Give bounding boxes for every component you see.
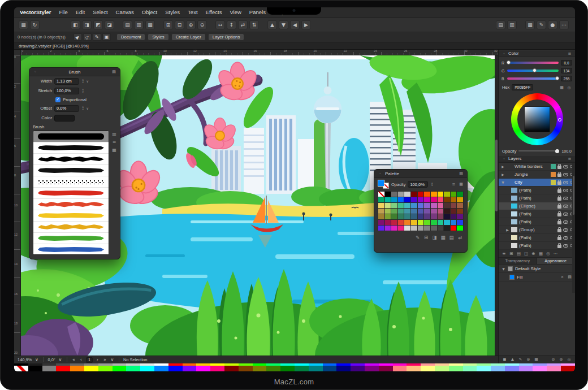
style-settings-icon[interactable]: ⊛ bbox=[526, 357, 531, 362]
visibility-icon[interactable] bbox=[563, 228, 568, 232]
saturation-square[interactable] bbox=[524, 106, 550, 132]
layer-name[interactable]: (Path) bbox=[519, 196, 549, 201]
palette-swatch[interactable] bbox=[457, 209, 463, 214]
horizontal-ruler[interactable]: 02468101214161820222426283032 bbox=[21, 50, 498, 55]
palette-swatch[interactable] bbox=[424, 220, 430, 225]
layer-row[interactable]: (Path) bbox=[499, 210, 575, 218]
duplicate-icon[interactable]: ◫ bbox=[524, 251, 529, 256]
visibility-icon[interactable] bbox=[563, 197, 568, 200]
palette-opacity-input[interactable]: 100,0% bbox=[408, 181, 428, 188]
visibility-icon[interactable] bbox=[563, 205, 568, 208]
palette-swatch[interactable] bbox=[451, 214, 457, 219]
layer-name[interactable]: (Path) bbox=[519, 219, 549, 224]
palette-swatch[interactable] bbox=[438, 192, 444, 197]
effects-icon[interactable]: ✎ bbox=[518, 357, 523, 362]
palette-swatch[interactable] bbox=[418, 209, 424, 214]
color-wheel[interactable] bbox=[511, 93, 563, 145]
stretch-stepper[interactable]: ∧∨ bbox=[82, 89, 84, 93]
strip-swatch[interactable] bbox=[126, 366, 140, 371]
palette-opacity-stepper[interactable]: ∧∨ bbox=[431, 183, 433, 187]
style-disclosure-icon[interactable]: ▼ bbox=[501, 267, 505, 271]
palette-swatch[interactable] bbox=[451, 209, 457, 214]
right-panels-icon[interactable]: ▥ bbox=[507, 20, 517, 29]
swap-icon[interactable]: ⇄ bbox=[238, 20, 248, 29]
channel-value[interactable]: 134 bbox=[561, 68, 572, 73]
palette-swatch[interactable] bbox=[457, 197, 463, 202]
annotate-icon[interactable]: ✎ bbox=[537, 20, 546, 29]
palette-swatch[interactable] bbox=[411, 192, 417, 197]
strip-swatch[interactable] bbox=[449, 366, 463, 371]
offset-stepper[interactable]: ∧∨ bbox=[82, 106, 84, 110]
disclosure-arrow-icon[interactable]: ▶ bbox=[501, 172, 505, 176]
brush-list-item[interactable] bbox=[33, 176, 109, 188]
offset-units-caret[interactable]: ∨ bbox=[86, 106, 88, 110]
strip-swatch[interactable] bbox=[239, 366, 253, 371]
palette-swatch[interactable] bbox=[424, 203, 430, 208]
palette-swatch[interactable] bbox=[418, 203, 424, 208]
palette-swatch[interactable] bbox=[424, 226, 430, 231]
palette-swatch[interactable] bbox=[418, 214, 424, 219]
strip-swatch[interactable] bbox=[224, 366, 239, 371]
layer-row[interactable]: ▶ Jungle bbox=[499, 171, 575, 179]
angle-caret-icon[interactable]: ∨ bbox=[58, 357, 63, 362]
palette-swatch[interactable] bbox=[411, 209, 417, 214]
first-page-icon[interactable]: « bbox=[71, 357, 76, 362]
layer-row[interactable]: ▶ White borders bbox=[499, 163, 575, 171]
layer-color-swatch[interactable] bbox=[551, 172, 556, 177]
brush-list-item[interactable] bbox=[33, 244, 109, 255]
direct-selection-tool-icon[interactable]: ▷ bbox=[83, 33, 92, 41]
hue-marker[interactable] bbox=[558, 118, 561, 122]
hex-value-input[interactable]: #0086FF bbox=[512, 84, 533, 90]
visibility-icon[interactable] bbox=[563, 173, 568, 176]
layer-name[interactable]: Jungle bbox=[514, 172, 549, 177]
palette-swatch[interactable] bbox=[431, 197, 437, 202]
layer-name[interactable]: City bbox=[514, 180, 549, 185]
strip-swatch[interactable] bbox=[435, 366, 449, 371]
strip-swatch[interactable] bbox=[98, 366, 113, 371]
lock-icon[interactable] bbox=[557, 213, 561, 216]
menu-item[interactable]: Effects bbox=[202, 8, 226, 16]
strip-swatch[interactable] bbox=[210, 366, 224, 371]
disclosure-arrow-icon[interactable]: ▶ bbox=[501, 164, 505, 168]
layer-color-swatch[interactable] bbox=[551, 164, 556, 169]
palette-swatch[interactable] bbox=[418, 220, 424, 225]
record-icon[interactable]: ● bbox=[548, 20, 557, 29]
swatch-grid-icon[interactable]: ▦ bbox=[559, 85, 564, 90]
menu-item[interactable]: Canvas bbox=[113, 8, 137, 16]
send-backward-icon[interactable]: ▼ bbox=[279, 20, 288, 29]
strip-swatch[interactable] bbox=[533, 366, 547, 371]
brush-list-item[interactable] bbox=[33, 142, 109, 154]
palette-swatch[interactable] bbox=[378, 192, 384, 197]
strip-swatch[interactable] bbox=[42, 366, 57, 371]
strip-swatch[interactable] bbox=[183, 366, 197, 371]
palette-swatch[interactable] bbox=[391, 220, 397, 225]
menu-item[interactable]: Select bbox=[89, 8, 111, 16]
layers-more-icon[interactable]: ⋯ bbox=[553, 251, 558, 256]
stroke-style-icon[interactable]: ▲ bbox=[510, 357, 515, 362]
brush-panel-header[interactable]: ◦ Brush ▤ bbox=[29, 68, 120, 76]
palette-swatch[interactable] bbox=[451, 220, 457, 225]
lock-icon[interactable] bbox=[557, 237, 561, 240]
palette-swatch[interactable] bbox=[444, 192, 450, 197]
layer-row[interactable]: ▼ City bbox=[499, 179, 575, 187]
layer-color-swatch[interactable] bbox=[551, 219, 556, 224]
zoom-caret-icon[interactable]: ∨ bbox=[34, 357, 39, 362]
layer-name[interactable]: (Ellipse) bbox=[519, 203, 549, 209]
layer-row[interactable]: (Path) bbox=[499, 234, 575, 242]
strip-swatch[interactable] bbox=[336, 366, 351, 371]
strip-swatch[interactable] bbox=[519, 366, 533, 371]
palette-swatch[interactable] bbox=[444, 203, 450, 208]
strip-swatch[interactable] bbox=[421, 366, 435, 371]
brush-color-swatch[interactable] bbox=[54, 115, 75, 122]
list-view-icon[interactable]: ▤ bbox=[449, 235, 454, 240]
palette-swatch[interactable] bbox=[398, 209, 404, 214]
align-bottom-icon[interactable]: ◪ bbox=[105, 20, 114, 29]
palette-swatch[interactable] bbox=[404, 197, 410, 202]
previous-page-icon[interactable]: ‹ bbox=[79, 357, 84, 362]
strip-swatch[interactable] bbox=[477, 366, 491, 371]
lock-icon[interactable] bbox=[557, 205, 561, 209]
width-preset-caret[interactable]: ∨ bbox=[86, 79, 88, 83]
strip-swatch[interactable] bbox=[70, 366, 84, 371]
strip-swatch[interactable] bbox=[351, 366, 365, 371]
palette-swatch[interactable] bbox=[385, 203, 391, 208]
